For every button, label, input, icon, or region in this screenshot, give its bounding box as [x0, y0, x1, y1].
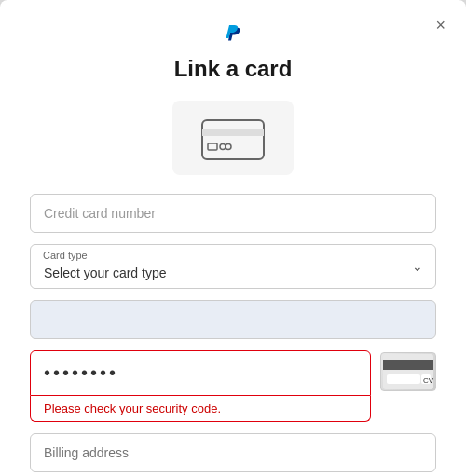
- card-type-group: Card type Select your card type Visa Mas…: [30, 244, 436, 289]
- security-error-message: Please check your security code.: [30, 396, 371, 422]
- cvv-card-icon: CVV: [383, 354, 433, 389]
- svg-rect-1: [202, 129, 264, 136]
- expiry-input[interactable]: [30, 300, 436, 339]
- svg-point-3: [220, 144, 226, 150]
- card-type-select-wrapper: Card type Select your card type Visa Mas…: [30, 244, 436, 289]
- billing-address-input[interactable]: [30, 433, 436, 472]
- card-illustration-box: [172, 101, 294, 175]
- card-illustration: [30, 101, 436, 175]
- security-row: Please check your security code. CVV: [30, 350, 436, 422]
- svg-rect-2: [208, 143, 217, 150]
- svg-rect-7: [387, 374, 420, 384]
- security-code-input[interactable]: [30, 350, 371, 396]
- security-card-image: CVV: [380, 352, 436, 391]
- security-input-wrapper: Please check your security code.: [30, 350, 371, 422]
- svg-rect-6: [383, 360, 433, 370]
- svg-point-4: [226, 144, 231, 150]
- billing-address-group: [30, 433, 436, 472]
- svg-rect-0: [202, 120, 264, 159]
- card-icon: [200, 115, 266, 161]
- credit-card-input[interactable]: [30, 194, 436, 233]
- paypal-icon: [222, 22, 244, 45]
- paypal-logo: [30, 22, 436, 48]
- svg-text:CVV: CVV: [423, 376, 433, 385]
- modal-title: Link a card: [30, 56, 436, 82]
- link-card-modal: × Link a card Card type Select: [0, 0, 466, 476]
- credit-card-group: [30, 194, 436, 233]
- card-type-select[interactable]: Select your card type Visa Mastercard Am…: [30, 244, 436, 289]
- expiry-row: [30, 300, 436, 339]
- close-icon: ×: [435, 16, 445, 34]
- close-button[interactable]: ×: [430, 15, 451, 35]
